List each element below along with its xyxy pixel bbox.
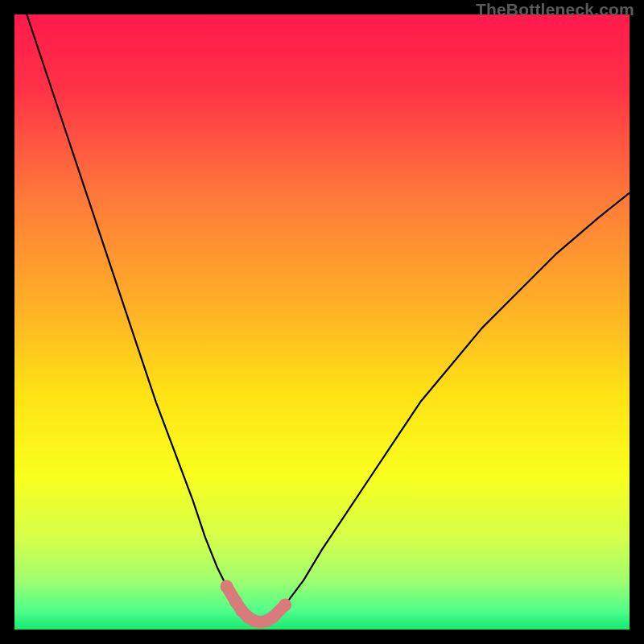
- marker-dot: [221, 580, 233, 593]
- plot-area: [14, 14, 630, 630]
- bottleneck-markers: [221, 580, 292, 629]
- marker-dot: [279, 598, 291, 611]
- chart-svg: [14, 14, 630, 630]
- watermark-label: TheBottleneck.com: [476, 0, 634, 19]
- outer-frame: TheBottleneck.com: [0, 0, 644, 644]
- bottleneck-curve: [27, 14, 630, 622]
- marker-dot: [266, 611, 279, 624]
